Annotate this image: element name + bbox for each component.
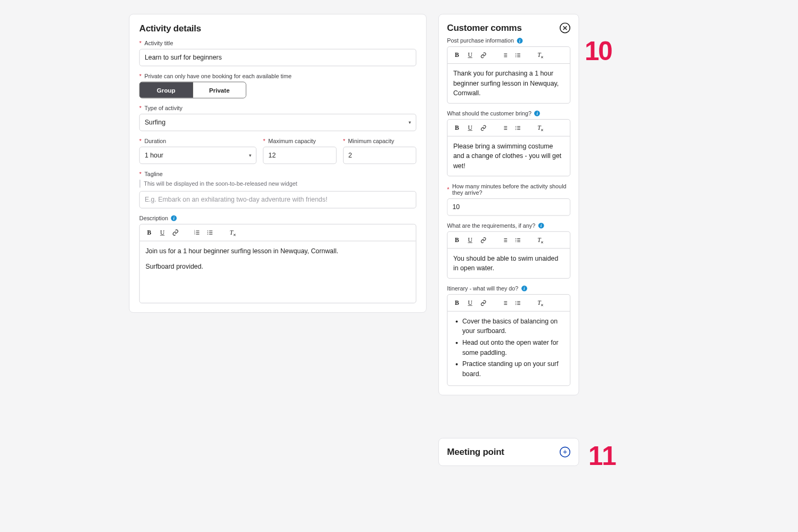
underline-button[interactable]: U: [465, 297, 476, 308]
post-purchase-editor: B U T✕ Thank you for purchasing a 1 hour…: [447, 46, 570, 103]
svg-point-45: [516, 301, 516, 302]
link-button[interactable]: [170, 227, 181, 238]
requirements-editor: B U T✕ You should be able to swim unaide…: [447, 231, 570, 279]
description-label: Description i: [139, 215, 417, 221]
requirements-label: What are the requirements, if any? i: [447, 222, 570, 229]
underline-button[interactable]: U: [465, 235, 476, 245]
requirements-content[interactable]: You should be able to swim unaided in op…: [447, 248, 570, 278]
itinerary-toolbar: B U T✕: [447, 295, 570, 312]
helper-bar-icon: [139, 180, 140, 188]
activity-type-label: *Type of activity: [139, 105, 417, 111]
annotation-number-11: 11: [588, 440, 615, 471]
bring-editor: B U T✕ Please bring a swimming costume a…: [447, 119, 570, 176]
itinerary-content[interactable]: Cover the basics of balancing on your su…: [447, 311, 570, 385]
duration-select[interactable]: 1 hour ▾: [139, 147, 256, 164]
bold-button[interactable]: B: [452, 122, 462, 133]
svg-point-47: [516, 304, 516, 304]
min-capacity-label: *Minimum capacity: [343, 138, 417, 144]
link-button[interactable]: [478, 235, 488, 245]
description-editor: B U 123 T✕ Join us for a 1: [139, 224, 417, 303]
bring-label: What should the customer bring? i: [447, 110, 570, 117]
post-purchase-content[interactable]: Thank you for purchasing a 1 hour beginn…: [447, 64, 570, 103]
clear-format-button[interactable]: T✕: [226, 227, 237, 238]
bring-content[interactable]: Please bring a swimming costume and a ch…: [447, 136, 570, 176]
info-icon[interactable]: i: [538, 223, 544, 229]
clear-format-button[interactable]: T✕: [534, 297, 544, 308]
activity-type-select[interactable]: Surfing ▾: [139, 114, 417, 131]
meeting-point-card: Meeting point +: [438, 438, 579, 466]
svg-point-46: [516, 303, 516, 303]
ordered-list-button[interactable]: [499, 235, 510, 245]
ordered-list-button[interactable]: [499, 122, 510, 133]
underline-button[interactable]: U: [465, 122, 476, 133]
info-icon[interactable]: i: [171, 215, 177, 221]
tagline-label: *Tagline: [139, 171, 417, 177]
underline-button[interactable]: U: [157, 227, 168, 238]
booking-type-label: *Private can only have one booking for e…: [139, 73, 417, 79]
bring-toolbar: B U T✕: [447, 120, 570, 137]
plus-icon[interactable]: +: [560, 447, 570, 458]
close-icon[interactable]: ✕: [560, 22, 570, 33]
svg-point-18: [516, 53, 516, 54]
activity-title-label: *Activity title: [139, 40, 417, 46]
bold-button[interactable]: B: [452, 297, 462, 308]
annotation-number-10: 10: [585, 36, 611, 66]
max-capacity-label: *Maximum capacity: [263, 138, 337, 144]
bullet-list-button[interactable]: [512, 297, 523, 308]
bold-button[interactable]: B: [452, 49, 462, 60]
svg-point-38: [516, 241, 516, 242]
link-button[interactable]: [478, 122, 488, 133]
duration-label: *Duration: [139, 138, 256, 144]
clear-format-button[interactable]: T✕: [534, 122, 544, 133]
customer-comms-title: Customer comms: [447, 22, 521, 33]
post-purchase-toolbar: B U T✕: [447, 47, 570, 64]
svg-point-27: [516, 126, 516, 127]
activity-details-card: Activity details *Activity title *Privat…: [129, 14, 427, 313]
booking-type-group[interactable]: Group: [140, 82, 193, 97]
max-capacity-input[interactable]: [263, 147, 337, 164]
link-button[interactable]: [478, 49, 488, 60]
itinerary-label: Itinerary - what will they do? i: [447, 285, 570, 292]
customer-comms-card: Customer comms ✕ Post purchase informati…: [438, 14, 579, 395]
itinerary-editor: B U T✕ Cover the basics of balancing on …: [447, 294, 570, 386]
svg-point-10: [207, 232, 209, 233]
bold-button[interactable]: B: [144, 227, 154, 238]
info-icon[interactable]: i: [521, 286, 527, 292]
info-icon[interactable]: i: [517, 38, 522, 44]
bullet-list-button[interactable]: [512, 49, 523, 60]
min-capacity-input[interactable]: [343, 147, 417, 164]
clear-format-button[interactable]: T✕: [534, 235, 544, 245]
activity-title-input[interactable]: [139, 49, 417, 66]
info-icon[interactable]: i: [534, 111, 540, 117]
duration-value: 1 hour: [145, 152, 163, 159]
svg-point-36: [516, 238, 516, 238]
underline-button[interactable]: U: [465, 49, 476, 60]
booking-type-private[interactable]: Private: [193, 82, 246, 97]
activity-type-value: Surfing: [145, 119, 165, 126]
arrive-label: *How many minutes before the activity sh…: [447, 183, 570, 196]
svg-point-9: [207, 230, 209, 231]
svg-point-37: [516, 239, 516, 240]
svg-point-29: [516, 129, 516, 129]
svg-point-20: [516, 56, 516, 57]
svg-text:3: 3: [194, 233, 195, 235]
description-content[interactable]: Join us for a 1 hour beginner surfing le…: [140, 241, 416, 303]
tagline-input[interactable]: [139, 191, 417, 208]
svg-point-28: [516, 127, 516, 128]
bullet-list-button[interactable]: [512, 235, 523, 245]
ordered-list-button[interactable]: 123: [192, 227, 202, 238]
clear-format-button[interactable]: T✕: [534, 49, 544, 60]
ordered-list-button[interactable]: [499, 297, 510, 308]
booking-type-toggle: Group Private: [139, 82, 246, 98]
post-purchase-label: Post purchase information i: [447, 37, 570, 44]
tagline-helper: This will be displayed in the soon-to-be…: [144, 180, 297, 187]
svg-point-11: [207, 234, 209, 235]
arrive-minutes-input[interactable]: [447, 198, 570, 215]
bullet-list-button[interactable]: [512, 122, 523, 133]
chevron-down-icon: ▾: [249, 153, 252, 159]
bold-button[interactable]: B: [452, 235, 462, 245]
bullet-list-button[interactable]: [205, 227, 215, 238]
ordered-list-button[interactable]: [499, 49, 510, 60]
chevron-down-icon: ▾: [409, 120, 411, 126]
link-button[interactable]: [478, 297, 488, 308]
